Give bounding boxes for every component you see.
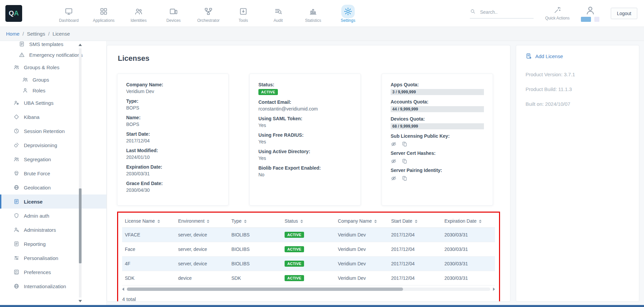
sidebar-item-label: Emergency notifications	[29, 52, 83, 58]
hscroll-left-arrow[interactable]	[122, 288, 124, 291]
nav-item-orchestrator[interactable]: Orchestrator	[197, 4, 220, 23]
deprovisioning-icon	[13, 142, 19, 148]
sidebar-item-personalisation[interactable]: Personalisation	[0, 251, 106, 265]
status-badge: ACTIVE	[285, 261, 304, 267]
table-cell: SDK	[229, 271, 282, 286]
sort-icon[interactable]	[300, 220, 303, 223]
sidebar-item-brute-force[interactable]: Brute Force	[0, 166, 106, 180]
nav-item-devices[interactable]: Devices	[162, 4, 185, 23]
search-input[interactable]	[479, 9, 528, 15]
copy-icon[interactable]	[402, 141, 408, 147]
sidebar-item-internationalization[interactable]: Internationalization	[0, 279, 106, 293]
top-navigation-bar: QA DashboardApplicationsIdentitiesDevice…	[0, 0, 644, 27]
quick-actions-button[interactable]: Quick Actions	[545, 6, 569, 20]
table-cell: ACTIVE	[282, 228, 335, 242]
quota-devices-quota: Devices Quota:68 / 9,999,999	[391, 116, 484, 129]
table-row[interactable]: SDKdeviceSDKACTIVEVeridium Dev2017/12/04…	[122, 271, 495, 286]
hscroll-right-arrow[interactable]	[493, 288, 495, 291]
table-row[interactable]: VFACEserver, deviceBIOLIBSACTIVEVeridium…	[122, 228, 495, 242]
quick-actions-label: Quick Actions	[545, 16, 569, 20]
table-cell: Veridium Dev	[335, 271, 389, 286]
column-header-status[interactable]: Status	[282, 215, 335, 228]
nav-item-statistics[interactable]: Statistics	[301, 4, 325, 23]
sidebar-item-roles[interactable]: Roles	[0, 85, 106, 96]
tools-icon	[239, 7, 248, 16]
sidebar-item-label: Internationalization	[24, 283, 66, 289]
table-cell: BIOLIBS	[229, 242, 282, 257]
nav-item-audit[interactable]: Audit	[266, 4, 290, 23]
brute-force-icon	[13, 170, 19, 176]
column-header-type[interactable]: Type	[229, 215, 282, 228]
sort-icon[interactable]	[479, 220, 482, 223]
avatar-icon[interactable]	[585, 5, 596, 16]
sidebar-item-deprovisioning[interactable]: Deprovisioning	[0, 138, 106, 152]
sidebar-item-label: Preferences	[24, 269, 51, 275]
sort-icon[interactable]	[415, 220, 417, 223]
search-box	[470, 8, 534, 18]
sort-icon[interactable]	[374, 220, 377, 223]
field-value: 2017/12/04	[126, 138, 219, 143]
sidebar-item-label: Groups	[33, 77, 49, 83]
sidebar-item-segregation[interactable]: Segregation	[0, 152, 106, 166]
eye-off-icon[interactable]	[391, 158, 397, 164]
app-logo[interactable]: QA	[5, 5, 22, 22]
sort-icon[interactable]	[207, 220, 209, 223]
scroll-up-arrow[interactable]	[79, 44, 82, 46]
add-license-button[interactable]: Add License	[526, 53, 630, 59]
nav-item-dashboard[interactable]: Dashboard	[57, 4, 81, 23]
sidebar-item-geolocation[interactable]: Geolocation	[0, 180, 106, 194]
field-using-saml-token: Using SAML Token:Yes	[258, 116, 352, 128]
sidebar-item-groups-roles[interactable]: Groups & Roles	[0, 60, 106, 74]
field-value: Yes	[258, 156, 352, 161]
sidebar-item-admin-auth[interactable]: Admin auth	[0, 209, 106, 223]
hscroll-track[interactable]	[127, 288, 490, 291]
nav-item-applications[interactable]: Applications	[92, 4, 115, 23]
column-header-license-name[interactable]: License Name	[122, 215, 176, 228]
table-cell: server, device	[176, 242, 229, 257]
field-start-date: Start Date:2017/12/04	[126, 131, 219, 143]
sidebar-item-kibana[interactable]: Kibana	[0, 110, 106, 124]
column-header-company-name[interactable]: Company Name	[335, 215, 389, 228]
breadcrumb-settings[interactable]: Settings	[27, 31, 45, 37]
sort-icon[interactable]	[244, 220, 247, 223]
breadcrumb-home[interactable]: Home	[6, 31, 19, 37]
nav-item-identities[interactable]: Identities	[127, 4, 150, 23]
key-server-cert-hashes: Server Cert Hashes:	[391, 150, 484, 164]
column-header-start-date[interactable]: Start Date	[389, 215, 442, 228]
eye-off-icon[interactable]	[391, 141, 397, 147]
copy-icon[interactable]	[402, 158, 408, 164]
column-header-environment[interactable]: Environment	[176, 215, 229, 228]
sidebar-item-label: License	[24, 199, 43, 205]
table-cell: server, device	[176, 228, 229, 242]
magic-wand-icon	[553, 6, 561, 14]
sidebar-item-session-retention[interactable]: Session Retention	[0, 124, 106, 138]
sidebar-item-license[interactable]: License	[0, 194, 106, 209]
column-header-expiration-date[interactable]: Expiration Date	[442, 215, 495, 228]
copy-icon[interactable]	[402, 175, 408, 181]
scrollbar-thumb[interactable]	[79, 188, 82, 263]
sidebar-item-reporting[interactable]: Reporting	[0, 237, 106, 251]
field-value: 2030/03/31	[126, 171, 219, 176]
sidebar-item-uba-settings[interactable]: UBA Settings	[0, 96, 106, 110]
eye-off-icon[interactable]	[391, 175, 397, 181]
scroll-down-arrow[interactable]	[79, 300, 82, 302]
table-row[interactable]: Faceserver, deviceBIOLIBSACTIVEVeridium …	[122, 242, 495, 257]
logout-button[interactable]: Logout	[611, 8, 637, 19]
sidebar-item-administrators[interactable]: Administrators	[0, 223, 106, 237]
sort-icon[interactable]	[157, 220, 160, 223]
nav-item-settings[interactable]: Settings	[336, 4, 360, 23]
nav-label: Audit	[274, 18, 283, 23]
roles-icon	[22, 87, 28, 93]
sidebar-item-groups[interactable]: Groups	[0, 74, 106, 85]
session-retention-icon	[13, 128, 19, 134]
hscroll-thumb[interactable]	[127, 288, 403, 291]
sidebar-item-preferences[interactable]: Preferences	[0, 265, 106, 279]
nav-item-tools[interactable]: Tools	[232, 4, 255, 23]
field-using-free-radius: Using Free RADIUS:Yes	[258, 132, 352, 144]
table-row[interactable]: 4Fserver, deviceBIOLIBSACTIVEVeridium De…	[122, 257, 495, 271]
license-icon	[13, 199, 19, 205]
sidebar-item-sms-templates[interactable]: SMS templates	[0, 41, 106, 49]
table-cell: ACTIVE	[282, 242, 335, 257]
table-cell: Veridium Dev	[335, 242, 389, 257]
sidebar-item-emergency-notifications[interactable]: Emergency notifications	[0, 49, 106, 60]
